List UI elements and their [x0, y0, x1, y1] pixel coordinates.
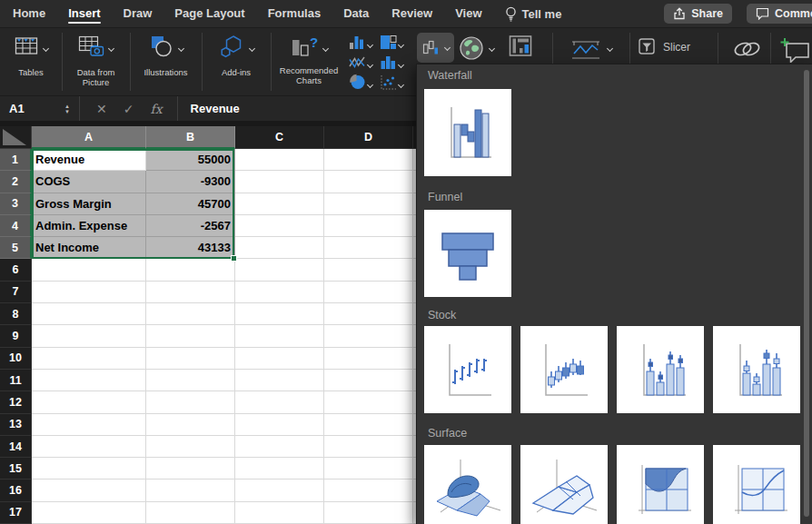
select-all-corner[interactable]	[0, 126, 32, 149]
cell-C16[interactable]	[235, 480, 324, 501]
funnel-chart-thumbnail[interactable]	[424, 210, 511, 297]
scatter-chart-button[interactable]	[380, 72, 411, 92]
cell-D7[interactable]	[324, 282, 413, 303]
cancel-icon[interactable]: ✕	[96, 102, 107, 116]
cell-A13[interactable]	[32, 414, 146, 436]
cell-C1[interactable]	[235, 149, 324, 171]
comments-button[interactable]: Comments	[747, 4, 812, 24]
tables-group[interactable]: Tables	[0, 28, 62, 77]
cell-A15[interactable]	[32, 458, 146, 480]
row-header-3[interactable]: 3	[0, 193, 32, 215]
cell-D17[interactable]	[324, 502, 413, 524]
cell-A6[interactable]	[32, 259, 146, 281]
row-header-6[interactable]: 6	[0, 259, 32, 281]
column-header-a[interactable]: A	[32, 126, 146, 149]
cell-B1[interactable]: 55000	[146, 149, 235, 171]
row-header-13[interactable]: 13	[0, 414, 32, 436]
menu-tab-home[interactable]: Home	[13, 1, 45, 26]
enter-icon[interactable]: ✓	[124, 102, 134, 116]
row-header-9[interactable]: 9	[0, 325, 32, 347]
cell-B16[interactable]	[146, 480, 235, 501]
recommended-charts-group[interactable]: ? Recommended Charts	[271, 28, 347, 85]
row-header-5[interactable]: 5	[0, 237, 32, 259]
cell-A7[interactable]	[32, 282, 146, 303]
volume-high-low-close-chart-thumbnail[interactable]	[617, 326, 704, 413]
cell-B11[interactable]	[146, 370, 235, 391]
menu-tab-review[interactable]: Review	[391, 1, 432, 26]
menu-tab-draw[interactable]: Draw	[124, 1, 153, 26]
cell-B15[interactable]	[146, 458, 235, 480]
waterfall-chart-button[interactable]	[417, 33, 454, 63]
cell-A4[interactable]: Admin. Expense	[32, 215, 146, 237]
cell-D4[interactable]	[324, 215, 413, 237]
cell-C17[interactable]	[235, 502, 324, 524]
row-header-8[interactable]: 8	[0, 303, 32, 325]
sparkline-group[interactable]	[559, 28, 624, 63]
column-chart-button[interactable]	[349, 32, 380, 52]
row-header-4[interactable]: 4	[0, 215, 32, 237]
cell-C12[interactable]	[235, 391, 324, 413]
column-header-d[interactable]: D	[324, 126, 413, 149]
column-header-c[interactable]: C	[235, 126, 324, 149]
cell-D14[interactable]	[324, 436, 413, 458]
row-header-17[interactable]: 17	[0, 502, 32, 524]
cell-C9[interactable]	[235, 325, 324, 347]
maps-group[interactable]	[451, 28, 501, 65]
histogram-chart-button[interactable]	[380, 52, 411, 72]
cell-D5[interactable]	[324, 237, 413, 259]
row-header-2[interactable]: 2	[0, 171, 32, 193]
cell-C7[interactable]	[235, 282, 324, 303]
cell-C15[interactable]	[235, 458, 324, 480]
illustrations-group[interactable]: Illustrations	[130, 28, 202, 77]
cell-D1[interactable]	[324, 149, 413, 171]
cell-B10[interactable]	[146, 348, 235, 370]
cell-A5[interactable]: Net Income	[32, 237, 146, 259]
cell-A12[interactable]	[32, 391, 146, 413]
cell-B17[interactable]	[146, 502, 235, 524]
row-header-11[interactable]: 11	[0, 370, 32, 391]
3d-surface-chart-thumbnail[interactable]	[424, 445, 511, 524]
row-header-14[interactable]: 14	[0, 436, 32, 458]
row-header-10[interactable]: 10	[0, 348, 32, 370]
cell-B4[interactable]: -2567	[146, 215, 235, 237]
share-button[interactable]: Share	[664, 4, 732, 24]
cell-D8[interactable]	[324, 303, 413, 325]
row-header-12[interactable]: 12	[0, 391, 32, 413]
wireframe-contour-chart-thumbnail[interactable]	[713, 445, 800, 524]
cell-B13[interactable]	[146, 414, 235, 436]
menu-tab-page-layout[interactable]: Page Layout	[174, 1, 244, 26]
cell-C13[interactable]	[235, 414, 324, 436]
menu-tab-view[interactable]: View	[455, 1, 481, 26]
addins-group[interactable]: Add-ins	[202, 28, 271, 77]
cell-C11[interactable]	[235, 370, 324, 391]
cell-D13[interactable]	[324, 414, 413, 436]
data-from-picture-group[interactable]: Data from Picture	[62, 28, 130, 87]
cell-B8[interactable]	[146, 303, 235, 325]
link-group[interactable]	[723, 28, 770, 68]
contour-chart-thumbnail[interactable]	[617, 445, 704, 524]
cell-B7[interactable]	[146, 282, 235, 303]
cell-B2[interactable]: -9300	[146, 171, 235, 193]
cell-C6[interactable]	[235, 259, 324, 281]
dropdown-scrollbar[interactable]	[804, 70, 809, 517]
volume-open-high-low-close-chart-thumbnail[interactable]	[713, 326, 800, 413]
cell-D12[interactable]	[324, 391, 413, 413]
new-comment-group[interactable]	[776, 28, 812, 68]
cell-A9[interactable]	[32, 325, 146, 347]
cell-A16[interactable]	[32, 480, 146, 501]
cell-A2[interactable]: COGS	[32, 171, 146, 193]
cell-B5[interactable]: 43133	[146, 237, 235, 259]
slicer-button[interactable]: Slicer	[638, 37, 690, 56]
menu-tab-insert[interactable]: Insert	[68, 1, 100, 26]
cell-C14[interactable]	[235, 436, 324, 458]
cell-D2[interactable]	[324, 171, 413, 193]
cell-A8[interactable]	[32, 303, 146, 325]
row-header-1[interactable]: 1	[0, 149, 32, 171]
cell-A11[interactable]	[32, 370, 146, 391]
high-low-close-chart-thumbnail[interactable]	[424, 326, 511, 413]
cell-B12[interactable]	[146, 391, 235, 413]
pivotchart-group[interactable]	[496, 28, 547, 65]
cell-C10[interactable]	[235, 348, 324, 370]
menu-tab-formulas[interactable]: Formulas	[268, 1, 322, 26]
cell-D15[interactable]	[324, 458, 413, 480]
